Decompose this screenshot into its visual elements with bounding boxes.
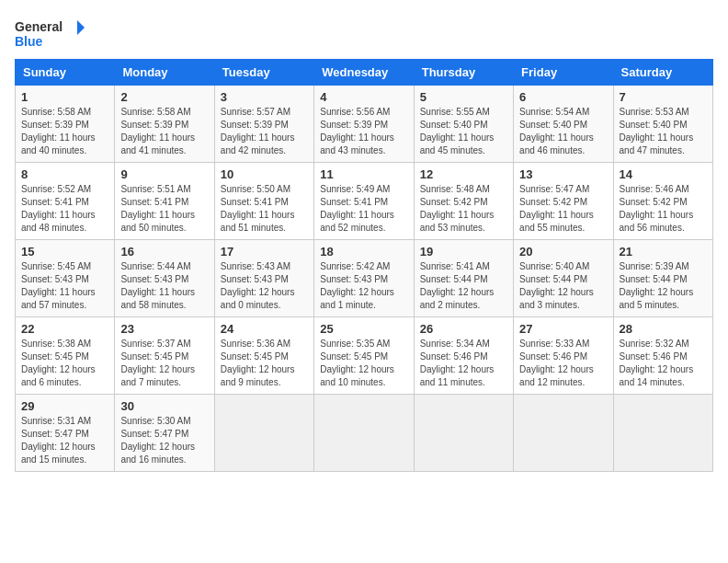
calendar-day-cell: 16Sunrise: 5:44 AM Sunset: 5:43 PM Dayli… xyxy=(115,240,214,317)
dow-cell: Friday xyxy=(514,60,613,86)
day-number: 9 xyxy=(120,167,208,181)
day-number: 25 xyxy=(320,322,407,336)
calendar-week-row: 8Sunrise: 5:52 AM Sunset: 5:41 PM Daylig… xyxy=(16,163,713,240)
day-info: Sunrise: 5:34 AM Sunset: 5:46 PM Dayligh… xyxy=(420,338,507,389)
svg-text:General: General xyxy=(15,19,63,34)
day-number: 2 xyxy=(120,90,208,104)
day-number: 5 xyxy=(420,90,507,104)
calendar-day-cell: 25Sunrise: 5:35 AM Sunset: 5:45 PM Dayli… xyxy=(314,317,414,395)
calendar-day-cell: 28Sunrise: 5:32 AM Sunset: 5:46 PM Dayli… xyxy=(613,317,712,395)
calendar-week-row: 1Sunrise: 5:58 AM Sunset: 5:39 PM Daylig… xyxy=(16,86,713,163)
day-number: 20 xyxy=(519,245,607,259)
day-info: Sunrise: 5:31 AM Sunset: 5:47 PM Dayligh… xyxy=(21,415,108,466)
day-info: Sunrise: 5:43 AM Sunset: 5:43 PM Dayligh… xyxy=(221,260,308,312)
day-info: Sunrise: 5:58 AM Sunset: 5:39 PM Dayligh… xyxy=(120,106,208,157)
day-info: Sunrise: 5:55 AM Sunset: 5:40 PM Dayligh… xyxy=(420,106,507,157)
day-number: 29 xyxy=(21,399,108,413)
day-number: 15 xyxy=(21,245,108,259)
calendar-day-cell: 14Sunrise: 5:46 AM Sunset: 5:42 PM Dayli… xyxy=(613,163,712,240)
calendar-body: 1Sunrise: 5:58 AM Sunset: 5:39 PM Daylig… xyxy=(16,86,713,472)
day-number: 27 xyxy=(519,322,607,336)
svg-marker-2 xyxy=(77,20,85,35)
day-number: 30 xyxy=(120,399,208,413)
day-info: Sunrise: 5:37 AM Sunset: 5:45 PM Dayligh… xyxy=(120,338,208,389)
day-info: Sunrise: 5:42 AM Sunset: 5:43 PM Dayligh… xyxy=(320,260,407,312)
calendar-day-cell xyxy=(414,395,513,472)
dow-cell: Monday xyxy=(115,60,214,86)
day-number: 18 xyxy=(320,245,407,259)
day-number: 13 xyxy=(519,167,607,181)
day-info: Sunrise: 5:30 AM Sunset: 5:47 PM Dayligh… xyxy=(120,415,208,466)
day-info: Sunrise: 5:57 AM Sunset: 5:39 PM Dayligh… xyxy=(221,106,308,157)
calendar-day-cell: 27Sunrise: 5:33 AM Sunset: 5:46 PM Dayli… xyxy=(514,317,613,395)
calendar-day-cell: 7Sunrise: 5:53 AM Sunset: 5:40 PM Daylig… xyxy=(613,86,712,163)
day-number: 11 xyxy=(320,167,407,181)
calendar-day-cell: 5Sunrise: 5:55 AM Sunset: 5:40 PM Daylig… xyxy=(414,86,513,163)
calendar-day-cell: 9Sunrise: 5:51 AM Sunset: 5:41 PM Daylig… xyxy=(115,163,214,240)
day-of-week-header: SundayMondayTuesdayWednesdayThursdayFrid… xyxy=(16,60,713,86)
calendar-week-row: 29Sunrise: 5:31 AM Sunset: 5:47 PM Dayli… xyxy=(16,395,713,472)
calendar-day-cell xyxy=(214,395,313,472)
day-info: Sunrise: 5:33 AM Sunset: 5:46 PM Dayligh… xyxy=(519,338,607,389)
day-number: 4 xyxy=(320,90,407,104)
calendar-day-cell: 10Sunrise: 5:50 AM Sunset: 5:41 PM Dayli… xyxy=(214,163,313,240)
day-info: Sunrise: 5:48 AM Sunset: 5:42 PM Dayligh… xyxy=(420,183,507,235)
day-number: 17 xyxy=(221,245,308,259)
day-info: Sunrise: 5:49 AM Sunset: 5:41 PM Dayligh… xyxy=(320,183,407,235)
dow-cell: Thursday xyxy=(414,60,513,86)
day-number: 16 xyxy=(120,245,208,259)
day-info: Sunrise: 5:56 AM Sunset: 5:39 PM Dayligh… xyxy=(320,106,407,157)
calendar-day-cell: 20Sunrise: 5:40 AM Sunset: 5:44 PM Dayli… xyxy=(514,240,613,317)
day-number: 22 xyxy=(21,322,108,336)
logo: General Blue xyxy=(15,15,88,52)
day-info: Sunrise: 5:46 AM Sunset: 5:42 PM Dayligh… xyxy=(620,183,707,235)
day-number: 14 xyxy=(620,167,707,181)
calendar-week-row: 22Sunrise: 5:38 AM Sunset: 5:45 PM Dayli… xyxy=(16,317,713,395)
day-info: Sunrise: 5:41 AM Sunset: 5:44 PM Dayligh… xyxy=(420,260,507,312)
day-info: Sunrise: 5:45 AM Sunset: 5:43 PM Dayligh… xyxy=(21,260,108,312)
day-number: 12 xyxy=(420,167,507,181)
calendar-day-cell: 23Sunrise: 5:37 AM Sunset: 5:45 PM Dayli… xyxy=(115,317,214,395)
calendar-table: SundayMondayTuesdayWednesdayThursdayFrid… xyxy=(15,59,713,472)
calendar-day-cell xyxy=(613,395,712,472)
dow-cell: Wednesday xyxy=(314,60,414,86)
calendar-day-cell: 12Sunrise: 5:48 AM Sunset: 5:42 PM Dayli… xyxy=(414,163,513,240)
dow-cell: Saturday xyxy=(613,60,712,86)
calendar-day-cell: 6Sunrise: 5:54 AM Sunset: 5:40 PM Daylig… xyxy=(514,86,613,163)
day-info: Sunrise: 5:54 AM Sunset: 5:40 PM Dayligh… xyxy=(519,106,607,157)
calendar-day-cell xyxy=(514,395,613,472)
calendar-day-cell xyxy=(314,395,414,472)
calendar-day-cell: 2Sunrise: 5:58 AM Sunset: 5:39 PM Daylig… xyxy=(115,86,214,163)
day-info: Sunrise: 5:51 AM Sunset: 5:41 PM Dayligh… xyxy=(120,183,208,235)
day-number: 10 xyxy=(221,167,308,181)
calendar-day-cell: 30Sunrise: 5:30 AM Sunset: 5:47 PM Dayli… xyxy=(115,395,214,472)
calendar-day-cell: 15Sunrise: 5:45 AM Sunset: 5:43 PM Dayli… xyxy=(16,240,115,317)
day-number: 1 xyxy=(21,90,108,104)
day-info: Sunrise: 5:40 AM Sunset: 5:44 PM Dayligh… xyxy=(519,260,607,312)
day-number: 28 xyxy=(620,322,707,336)
day-info: Sunrise: 5:53 AM Sunset: 5:40 PM Dayligh… xyxy=(620,106,707,157)
day-info: Sunrise: 5:50 AM Sunset: 5:41 PM Dayligh… xyxy=(221,183,308,235)
calendar-day-cell: 8Sunrise: 5:52 AM Sunset: 5:41 PM Daylig… xyxy=(16,163,115,240)
dow-cell: Tuesday xyxy=(214,60,313,86)
day-info: Sunrise: 5:47 AM Sunset: 5:42 PM Dayligh… xyxy=(519,183,607,235)
calendar-day-cell: 11Sunrise: 5:49 AM Sunset: 5:41 PM Dayli… xyxy=(314,163,414,240)
calendar-day-cell: 21Sunrise: 5:39 AM Sunset: 5:44 PM Dayli… xyxy=(613,240,712,317)
page-header: General Blue xyxy=(15,15,713,52)
calendar-week-row: 15Sunrise: 5:45 AM Sunset: 5:43 PM Dayli… xyxy=(16,240,713,317)
calendar-day-cell: 18Sunrise: 5:42 AM Sunset: 5:43 PM Dayli… xyxy=(314,240,414,317)
day-number: 6 xyxy=(519,90,607,104)
calendar-day-cell: 26Sunrise: 5:34 AM Sunset: 5:46 PM Dayli… xyxy=(414,317,513,395)
day-number: 7 xyxy=(620,90,707,104)
calendar-day-cell: 1Sunrise: 5:58 AM Sunset: 5:39 PM Daylig… xyxy=(16,86,115,163)
day-info: Sunrise: 5:58 AM Sunset: 5:39 PM Dayligh… xyxy=(21,106,108,157)
day-info: Sunrise: 5:36 AM Sunset: 5:45 PM Dayligh… xyxy=(221,338,308,389)
day-number: 26 xyxy=(420,322,507,336)
day-number: 8 xyxy=(21,167,108,181)
calendar-day-cell: 22Sunrise: 5:38 AM Sunset: 5:45 PM Dayli… xyxy=(16,317,115,395)
day-info: Sunrise: 5:44 AM Sunset: 5:43 PM Dayligh… xyxy=(120,260,208,312)
calendar-day-cell: 29Sunrise: 5:31 AM Sunset: 5:47 PM Dayli… xyxy=(16,395,115,472)
dow-cell: Sunday xyxy=(16,60,115,86)
day-number: 19 xyxy=(420,245,507,259)
day-info: Sunrise: 5:38 AM Sunset: 5:45 PM Dayligh… xyxy=(21,338,108,389)
